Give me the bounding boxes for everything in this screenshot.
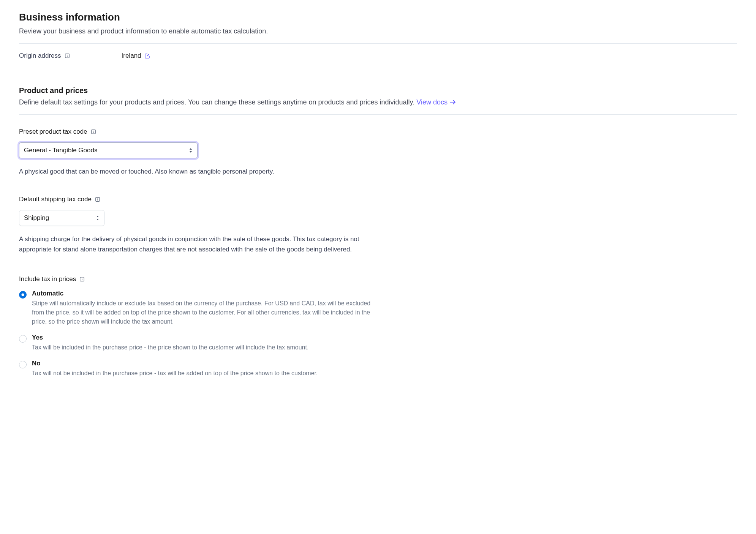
radio-circle-icon xyxy=(19,361,27,368)
svg-point-11 xyxy=(97,198,98,199)
radio-title: Yes xyxy=(32,334,374,341)
include-tax-radio-group: Automatic Stripe will automatically incl… xyxy=(19,290,737,378)
edit-icon[interactable] xyxy=(144,53,150,59)
radio-circle-icon xyxy=(19,291,27,299)
radio-circle-icon xyxy=(19,335,27,343)
shipping-tax-code-select[interactable]: Shipping xyxy=(19,210,104,226)
view-docs-label: View docs xyxy=(416,97,448,107)
info-icon[interactable] xyxy=(79,276,85,282)
preset-tax-code-value: General - Tangible Goods xyxy=(24,147,97,154)
business-title: Business information xyxy=(19,11,737,23)
arrow-right-icon xyxy=(450,97,456,107)
origin-address-value: Ireland xyxy=(122,52,141,60)
origin-address-label-wrap: Origin address xyxy=(19,52,70,60)
preset-tax-code-help: A physical good that can be moved or tou… xyxy=(19,167,361,177)
business-information-section: Business information Review your busines… xyxy=(19,11,737,36)
radio-content: Automatic Stripe will automatically incl… xyxy=(32,290,374,326)
radio-no[interactable]: No Tax will not be included in the purch… xyxy=(19,360,737,378)
radio-yes[interactable]: Yes Tax will be included in the purchase… xyxy=(19,334,737,352)
svg-marker-8 xyxy=(190,151,192,153)
include-tax-group: Include tax in prices Automatic Stripe w… xyxy=(19,275,737,378)
radio-title: No xyxy=(32,360,374,367)
radio-title: Automatic xyxy=(32,290,374,297)
svg-marker-12 xyxy=(96,216,99,217)
product-prices-section: Product and prices Define default tax se… xyxy=(19,86,737,107)
product-desc-wrap: Define default tax settings for your pro… xyxy=(19,97,737,107)
shipping-tax-code-label: Default shipping tax code xyxy=(19,196,92,203)
radio-content: Yes Tax will be included in the purchase… xyxy=(32,334,374,352)
preset-tax-code-group: Preset product tax code General - Tangib… xyxy=(19,128,737,177)
business-desc: Review your business and product informa… xyxy=(19,26,737,36)
svg-marker-7 xyxy=(190,148,192,150)
preset-tax-code-label: Preset product tax code xyxy=(19,128,87,136)
divider xyxy=(19,43,737,44)
radio-desc: Tax will be included in the purchase pri… xyxy=(32,343,374,352)
svg-point-16 xyxy=(82,278,82,278)
shipping-tax-code-label-wrap: Default shipping tax code xyxy=(19,196,737,203)
origin-address-row: Origin address Ireland xyxy=(19,52,737,60)
include-tax-label: Include tax in prices xyxy=(19,275,76,283)
info-icon[interactable] xyxy=(90,129,96,135)
info-icon[interactable] xyxy=(64,53,70,59)
info-icon[interactable] xyxy=(95,196,101,202)
shipping-tax-code-help: A shipping charge for the delivery of ph… xyxy=(19,234,361,254)
view-docs-link[interactable]: View docs xyxy=(416,97,456,107)
divider xyxy=(19,114,737,115)
radio-desc: Tax will not be included in the purchase… xyxy=(32,369,374,378)
radio-desc: Stripe will automatically include or exc… xyxy=(32,299,374,326)
preset-tax-code-select[interactable]: General - Tangible Goods xyxy=(19,142,198,158)
product-title: Product and prices xyxy=(19,86,737,95)
svg-point-6 xyxy=(93,131,93,131)
origin-address-label: Origin address xyxy=(19,52,61,60)
include-tax-label-wrap: Include tax in prices xyxy=(19,275,737,283)
svg-point-2 xyxy=(67,55,67,55)
radio-content: No Tax will not be included in the purch… xyxy=(32,360,374,378)
shipping-tax-code-select-wrap: Shipping xyxy=(19,210,104,226)
origin-address-value-wrap: Ireland xyxy=(122,52,150,60)
radio-automatic[interactable]: Automatic Stripe will automatically incl… xyxy=(19,290,737,326)
shipping-tax-code-group: Default shipping tax code Shipping A shi… xyxy=(19,196,737,254)
product-desc: Define default tax settings for your pro… xyxy=(19,98,416,106)
select-arrows-icon xyxy=(96,215,100,221)
preset-tax-code-label-wrap: Preset product tax code xyxy=(19,128,737,136)
shipping-tax-code-value: Shipping xyxy=(24,214,49,222)
preset-tax-code-select-wrap: General - Tangible Goods xyxy=(19,142,198,158)
svg-marker-13 xyxy=(96,219,99,220)
select-arrows-icon xyxy=(189,148,193,153)
